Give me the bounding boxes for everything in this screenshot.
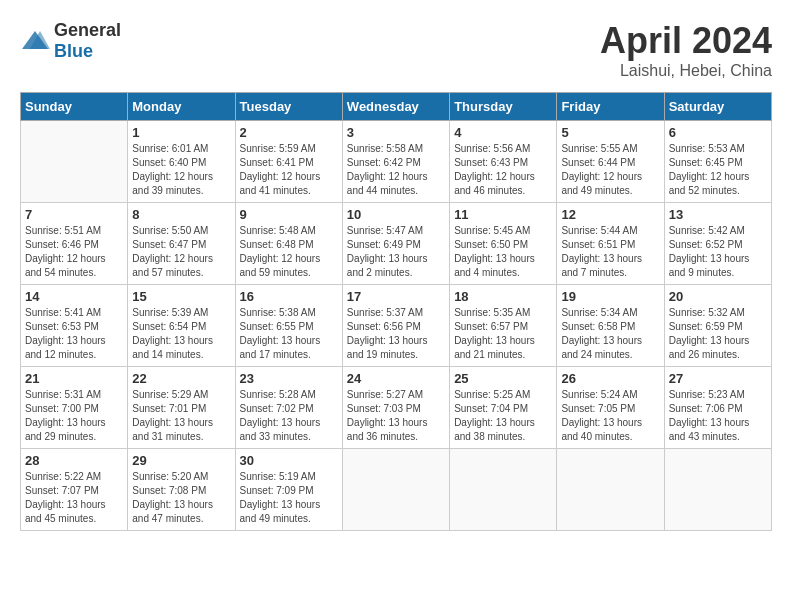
day-info: Sunrise: 6:01 AMSunset: 6:40 PMDaylight:… <box>132 142 230 198</box>
day-info: Sunrise: 5:20 AMSunset: 7:08 PMDaylight:… <box>132 470 230 526</box>
day-info: Sunrise: 5:41 AMSunset: 6:53 PMDaylight:… <box>25 306 123 362</box>
day-info: Sunrise: 5:39 AMSunset: 6:54 PMDaylight:… <box>132 306 230 362</box>
logo-icon <box>20 29 50 53</box>
day-cell: 2Sunrise: 5:59 AMSunset: 6:41 PMDaylight… <box>235 121 342 203</box>
week-row-4: 21Sunrise: 5:31 AMSunset: 7:00 PMDayligh… <box>21 367 772 449</box>
month-title: April 2024 <box>600 20 772 62</box>
day-number: 5 <box>561 125 659 140</box>
col-header-monday: Monday <box>128 93 235 121</box>
day-info: Sunrise: 5:42 AMSunset: 6:52 PMDaylight:… <box>669 224 767 280</box>
day-info: Sunrise: 5:53 AMSunset: 6:45 PMDaylight:… <box>669 142 767 198</box>
day-cell: 7Sunrise: 5:51 AMSunset: 6:46 PMDaylight… <box>21 203 128 285</box>
day-info: Sunrise: 5:34 AMSunset: 6:58 PMDaylight:… <box>561 306 659 362</box>
day-number: 14 <box>25 289 123 304</box>
day-number: 10 <box>347 207 445 222</box>
day-cell: 19Sunrise: 5:34 AMSunset: 6:58 PMDayligh… <box>557 285 664 367</box>
day-cell <box>664 449 771 531</box>
day-info: Sunrise: 5:48 AMSunset: 6:48 PMDaylight:… <box>240 224 338 280</box>
day-info: Sunrise: 5:56 AMSunset: 6:43 PMDaylight:… <box>454 142 552 198</box>
day-number: 16 <box>240 289 338 304</box>
day-number: 24 <box>347 371 445 386</box>
day-info: Sunrise: 5:50 AMSunset: 6:47 PMDaylight:… <box>132 224 230 280</box>
header: General Blue April 2024 Laishui, Hebei, … <box>20 20 772 80</box>
day-cell: 5Sunrise: 5:55 AMSunset: 6:44 PMDaylight… <box>557 121 664 203</box>
location-title: Laishui, Hebei, China <box>600 62 772 80</box>
day-cell: 4Sunrise: 5:56 AMSunset: 6:43 PMDaylight… <box>450 121 557 203</box>
day-number: 18 <box>454 289 552 304</box>
day-cell: 29Sunrise: 5:20 AMSunset: 7:08 PMDayligh… <box>128 449 235 531</box>
week-row-2: 7Sunrise: 5:51 AMSunset: 6:46 PMDaylight… <box>21 203 772 285</box>
day-cell: 27Sunrise: 5:23 AMSunset: 7:06 PMDayligh… <box>664 367 771 449</box>
day-info: Sunrise: 5:59 AMSunset: 6:41 PMDaylight:… <box>240 142 338 198</box>
day-info: Sunrise: 5:31 AMSunset: 7:00 PMDaylight:… <box>25 388 123 444</box>
day-cell: 15Sunrise: 5:39 AMSunset: 6:54 PMDayligh… <box>128 285 235 367</box>
day-info: Sunrise: 5:35 AMSunset: 6:57 PMDaylight:… <box>454 306 552 362</box>
day-info: Sunrise: 5:55 AMSunset: 6:44 PMDaylight:… <box>561 142 659 198</box>
day-number: 17 <box>347 289 445 304</box>
day-number: 25 <box>454 371 552 386</box>
week-row-3: 14Sunrise: 5:41 AMSunset: 6:53 PMDayligh… <box>21 285 772 367</box>
day-cell <box>557 449 664 531</box>
day-cell: 24Sunrise: 5:27 AMSunset: 7:03 PMDayligh… <box>342 367 449 449</box>
day-info: Sunrise: 5:28 AMSunset: 7:02 PMDaylight:… <box>240 388 338 444</box>
title-area: April 2024 Laishui, Hebei, China <box>600 20 772 80</box>
day-info: Sunrise: 5:58 AMSunset: 6:42 PMDaylight:… <box>347 142 445 198</box>
day-info: Sunrise: 5:29 AMSunset: 7:01 PMDaylight:… <box>132 388 230 444</box>
day-cell: 26Sunrise: 5:24 AMSunset: 7:05 PMDayligh… <box>557 367 664 449</box>
day-info: Sunrise: 5:45 AMSunset: 6:50 PMDaylight:… <box>454 224 552 280</box>
day-info: Sunrise: 5:47 AMSunset: 6:49 PMDaylight:… <box>347 224 445 280</box>
logo-blue: Blue <box>54 41 93 61</box>
day-info: Sunrise: 5:32 AMSunset: 6:59 PMDaylight:… <box>669 306 767 362</box>
day-cell: 3Sunrise: 5:58 AMSunset: 6:42 PMDaylight… <box>342 121 449 203</box>
day-cell: 22Sunrise: 5:29 AMSunset: 7:01 PMDayligh… <box>128 367 235 449</box>
day-number: 19 <box>561 289 659 304</box>
day-cell: 13Sunrise: 5:42 AMSunset: 6:52 PMDayligh… <box>664 203 771 285</box>
logo: General Blue <box>20 20 121 62</box>
day-cell <box>342 449 449 531</box>
day-info: Sunrise: 5:37 AMSunset: 6:56 PMDaylight:… <box>347 306 445 362</box>
day-number: 6 <box>669 125 767 140</box>
day-number: 29 <box>132 453 230 468</box>
day-cell: 6Sunrise: 5:53 AMSunset: 6:45 PMDaylight… <box>664 121 771 203</box>
logo-text: General Blue <box>54 20 121 62</box>
day-cell <box>21 121 128 203</box>
day-number: 3 <box>347 125 445 140</box>
day-number: 12 <box>561 207 659 222</box>
day-cell: 18Sunrise: 5:35 AMSunset: 6:57 PMDayligh… <box>450 285 557 367</box>
day-cell: 8Sunrise: 5:50 AMSunset: 6:47 PMDaylight… <box>128 203 235 285</box>
day-cell: 1Sunrise: 6:01 AMSunset: 6:40 PMDaylight… <box>128 121 235 203</box>
day-info: Sunrise: 5:51 AMSunset: 6:46 PMDaylight:… <box>25 224 123 280</box>
day-number: 11 <box>454 207 552 222</box>
day-cell: 17Sunrise: 5:37 AMSunset: 6:56 PMDayligh… <box>342 285 449 367</box>
day-cell: 30Sunrise: 5:19 AMSunset: 7:09 PMDayligh… <box>235 449 342 531</box>
day-number: 9 <box>240 207 338 222</box>
logo-general: General <box>54 20 121 40</box>
day-cell: 9Sunrise: 5:48 AMSunset: 6:48 PMDaylight… <box>235 203 342 285</box>
day-number: 28 <box>25 453 123 468</box>
day-info: Sunrise: 5:19 AMSunset: 7:09 PMDaylight:… <box>240 470 338 526</box>
day-cell <box>450 449 557 531</box>
day-info: Sunrise: 5:23 AMSunset: 7:06 PMDaylight:… <box>669 388 767 444</box>
day-number: 30 <box>240 453 338 468</box>
day-number: 20 <box>669 289 767 304</box>
header-row: SundayMondayTuesdayWednesdayThursdayFrid… <box>21 93 772 121</box>
day-number: 15 <box>132 289 230 304</box>
day-number: 21 <box>25 371 123 386</box>
day-number: 8 <box>132 207 230 222</box>
day-cell: 12Sunrise: 5:44 AMSunset: 6:51 PMDayligh… <box>557 203 664 285</box>
day-cell: 14Sunrise: 5:41 AMSunset: 6:53 PMDayligh… <box>21 285 128 367</box>
col-header-thursday: Thursday <box>450 93 557 121</box>
calendar-table: SundayMondayTuesdayWednesdayThursdayFrid… <box>20 92 772 531</box>
day-number: 2 <box>240 125 338 140</box>
day-cell: 16Sunrise: 5:38 AMSunset: 6:55 PMDayligh… <box>235 285 342 367</box>
col-header-tuesday: Tuesday <box>235 93 342 121</box>
day-info: Sunrise: 5:44 AMSunset: 6:51 PMDaylight:… <box>561 224 659 280</box>
day-number: 4 <box>454 125 552 140</box>
day-cell: 25Sunrise: 5:25 AMSunset: 7:04 PMDayligh… <box>450 367 557 449</box>
day-cell: 28Sunrise: 5:22 AMSunset: 7:07 PMDayligh… <box>21 449 128 531</box>
col-header-wednesday: Wednesday <box>342 93 449 121</box>
col-header-sunday: Sunday <box>21 93 128 121</box>
day-info: Sunrise: 5:27 AMSunset: 7:03 PMDaylight:… <box>347 388 445 444</box>
week-row-5: 28Sunrise: 5:22 AMSunset: 7:07 PMDayligh… <box>21 449 772 531</box>
day-number: 27 <box>669 371 767 386</box>
